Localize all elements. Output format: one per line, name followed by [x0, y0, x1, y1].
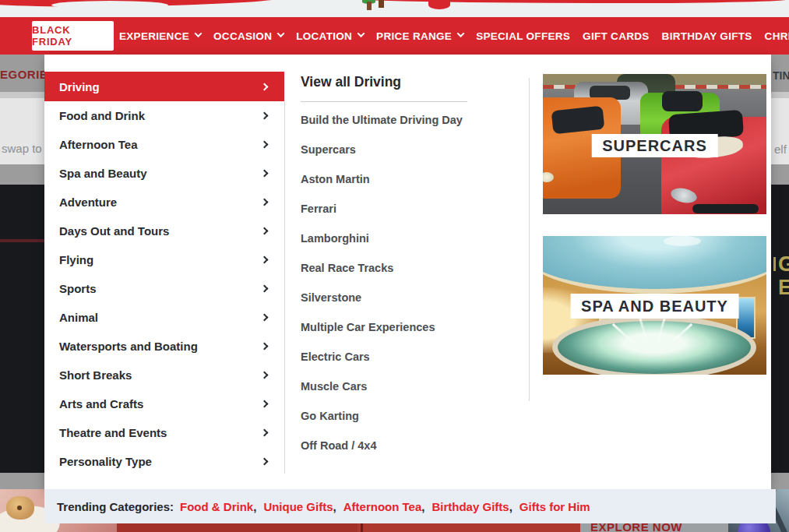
sidebar-item[interactable]: Short Breaks [44, 361, 284, 389]
chevron-right-icon [261, 314, 269, 322]
hero-text-fragment-sliver [773, 257, 776, 271]
nav-items: EXPERIENCE OCCASION LOCATION PRICE RANGE [119, 30, 789, 42]
sidebar-item[interactable]: Adventure [44, 188, 284, 217]
chevron-right-icon [261, 199, 269, 206]
chevron-right-icon [261, 285, 269, 293]
spa-promo-banner[interactable]: SPA AND BEAUTY [543, 236, 766, 375]
trending-categories-label: Trending Categories: [57, 500, 174, 513]
nav-item-label: EXPERIENCE [119, 30, 189, 42]
nav-item[interactable]: LOCATION [296, 30, 364, 42]
trending-links: Food & Drink , Unique Gifts , Afternoon … [180, 500, 590, 513]
sidebar-item[interactable]: Flying [44, 245, 284, 274]
sidebar-item-label: Spa and Beauty [59, 167, 147, 180]
trending-link[interactable]: Gifts for Him [520, 500, 590, 513]
trending-separator: , [253, 500, 256, 513]
nav-item[interactable]: BIRTHDAY GIFTS [662, 30, 752, 42]
nav-item[interactable]: GIFT CARDS [583, 30, 650, 42]
menu-links-column: View all Driving Build the Ultimate Driv… [301, 72, 529, 460]
vertical-divider [529, 78, 530, 401]
sidebar-item[interactable]: Animal [44, 303, 284, 332]
trending-link[interactable]: Afternoon Tea [343, 500, 422, 513]
strapline-text-fragment-left: swap to [2, 142, 42, 155]
sidebar-item[interactable]: Watersports and Boating [44, 332, 284, 361]
sidebar-item[interactable]: Arts and Crafts [44, 389, 284, 418]
trending-categories-bar: Trending Categories: Food & Drink , Uniq… [44, 489, 776, 523]
chevron-right-icon [261, 141, 269, 149]
menu-link[interactable]: Muscle Cars [301, 372, 529, 401]
sidebar-item[interactable]: Personality Type [44, 447, 284, 476]
sidebar-item-label: Personality Type [59, 455, 152, 468]
trending-separator: , [421, 500, 424, 513]
banner-red-shape-right [321, 0, 789, 3]
spa-pool-shape [552, 315, 756, 375]
supercars-promo-label: SUPERCARS [591, 134, 718, 157]
chevron-right-icon [261, 83, 269, 90]
menu-link[interactable]: Build the Ultimate Driving Day [301, 105, 529, 135]
sidebar-item-label: Animal [59, 311, 98, 324]
chevron-right-icon [261, 170, 269, 178]
menu-link[interactable]: Lamborghini [301, 224, 529, 253]
chevron-right-icon [261, 227, 269, 235]
sidebar-item[interactable]: Spa and Beauty [44, 159, 284, 188]
sidebar-item[interactable]: Afternoon Tea [44, 130, 284, 159]
nav-item[interactable]: PRICE RANGE [376, 30, 463, 42]
nav-item[interactable]: SPECIAL OFFERS [476, 30, 570, 42]
title-underline [301, 101, 467, 102]
page: BLACK FRIDAY EXPERIENCE OCCASION LOCATIO… [0, 0, 789, 532]
vertical-divider [284, 101, 285, 474]
hero-text-fragment: G [778, 254, 789, 275]
nav-item[interactable]: OCCASION [213, 30, 284, 42]
strapline-text-fragment-right: elf [774, 143, 787, 156]
categories-bar-text-fragment-right: TIN [773, 69, 789, 82]
supercars-promo-banner[interactable]: SUPERCARS [543, 74, 766, 214]
chevron-down-icon [358, 30, 365, 37]
sidebar-item[interactable]: Driving [44, 72, 284, 101]
menu-link[interactable]: Multiple Car Experiences [301, 312, 529, 342]
view-all-title[interactable]: View all Driving [301, 72, 529, 92]
christmas-banner [0, 0, 789, 17]
chevron-right-icon [261, 458, 269, 466]
menu-link[interactable]: Electric Cars [301, 342, 529, 372]
menu-link[interactable]: Aston Martin [301, 164, 529, 194]
nav-item-label: OCCASION [213, 30, 272, 42]
red-car-shape [661, 117, 766, 214]
currant-shape [17, 506, 22, 510]
menu-link[interactable]: Silverstone [301, 283, 529, 312]
spa-promo-label: SPA AND BEAUTY [570, 294, 739, 319]
trending-link[interactable]: Unique Gifts [263, 500, 333, 513]
nav-item[interactable]: EXPERIENCE [119, 30, 201, 42]
sidebar-item[interactable]: Days Out and Tours [44, 217, 284, 245]
chevron-down-icon [277, 30, 285, 37]
nav-item-label: PRICE RANGE [376, 30, 452, 42]
sidebar-item[interactable]: Theatre and Events [44, 418, 284, 447]
chevron-right-icon [261, 400, 269, 408]
nav-item-label: CHRISTMAS GIFTS [765, 30, 789, 42]
menu-link[interactable]: Go Karting [301, 401, 529, 431]
menu-link[interactable]: Real Race Tracks [301, 253, 529, 283]
sidebar-item-label: Driving [59, 80, 100, 93]
sidebar-item-label: Adventure [59, 196, 117, 209]
trending-separator: , [333, 500, 336, 513]
trending-separator: , [509, 500, 512, 513]
sidebar-item[interactable]: Food and Drink [44, 101, 284, 130]
trending-link[interactable]: Food & Drink [180, 500, 253, 513]
sidebar-item[interactable]: Sports [44, 274, 284, 303]
sidebar-item-label: Flying [59, 253, 93, 266]
tree-trunk-icon [379, 0, 384, 8]
mega-menu-panel: Driving Food and Drink Afternoon Tea Spa… [44, 55, 771, 489]
spa-ceiling-shape [543, 236, 766, 294]
menu-link[interactable]: Supercars [301, 135, 529, 164]
sidebar-item-label: Theatre and Events [59, 426, 167, 439]
nav-item[interactable]: CHRISTMAS GIFTS [765, 30, 789, 42]
banner-red-notch [428, 0, 450, 9]
menu-link[interactable]: Ferrari [301, 194, 529, 224]
trending-link[interactable]: Birthday Gifts [431, 500, 509, 513]
sidebar-item-label: Arts and Crafts [59, 397, 143, 410]
mega-menu-sidebar: Driving Food and Drink Afternoon Tea Spa… [44, 72, 284, 476]
menu-link[interactable]: Off Road / 4x4 [301, 431, 529, 460]
sidebar-item-label: Short Breaks [59, 368, 132, 382]
sidebar-item-label: Days Out and Tours [59, 224, 169, 238]
nav-item-label: LOCATION [296, 30, 352, 42]
chevron-down-icon [195, 30, 203, 37]
black-friday-button[interactable]: BLACK FRIDAY [32, 21, 114, 51]
